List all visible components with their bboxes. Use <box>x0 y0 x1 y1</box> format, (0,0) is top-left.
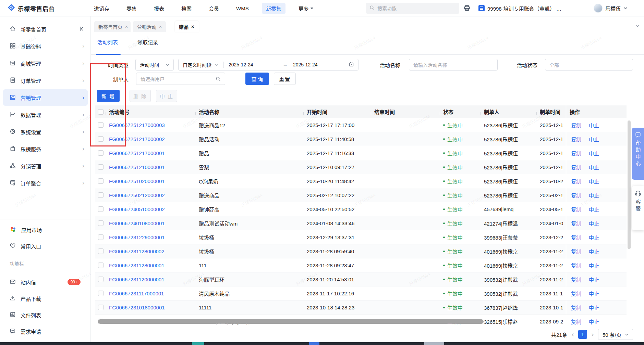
copy-link[interactable]: 复制 <box>571 248 581 255</box>
copy-link[interactable]: 复制 <box>571 192 581 199</box>
copy-link[interactable]: 复制 <box>571 290 581 297</box>
copy-link[interactable]: 复制 <box>571 206 581 213</box>
activity-id-link[interactable]: FG00667250212000002 <box>109 192 165 198</box>
sidebar-item[interactable]: 商城管理› <box>0 55 91 72</box>
abort-link[interactable]: 中止 <box>589 122 599 129</box>
subtab-2[interactable]: 领取记录 <box>137 38 158 46</box>
abort-link[interactable]: 中止 <box>589 220 599 227</box>
copy-link[interactable]: 复制 <box>571 234 581 241</box>
time-type-select[interactable]: 活动时间 <box>135 59 174 71</box>
copy-link[interactable]: 复制 <box>571 150 581 157</box>
sidebar-item[interactable]: 分销管理› <box>0 157 91 175</box>
sidebar-item[interactable]: 乐檬服务› <box>0 140 91 157</box>
user-menu[interactable]: 乐檬伍 <box>594 0 628 16</box>
abort-link[interactable]: 中止 <box>589 178 599 185</box>
help-center-float-button[interactable]: 帮助中心 <box>632 128 644 180</box>
activity-name-input[interactable]: 请输入活动名称 <box>409 59 498 71</box>
customer-service-float-button[interactable]: 客服 <box>632 186 644 230</box>
abort-link[interactable]: 中止 <box>589 262 599 269</box>
date-from-value[interactable]: 2025-12-24 <box>229 62 283 67</box>
row-checkbox[interactable] <box>98 164 104 170</box>
row-checkbox[interactable] <box>98 277 104 282</box>
sidebar-item[interactable]: 基础资料› <box>0 38 91 55</box>
nav-menu-item[interactable]: 更多 <box>294 3 317 14</box>
sidebar-item[interactable]: 订单管理› <box>0 72 91 89</box>
activity-id-link[interactable]: FG00667231128000002 <box>109 248 165 254</box>
nav-menu-item[interactable]: 新零售 <box>262 3 285 14</box>
page-size-select[interactable]: 50 条/页 <box>598 329 633 340</box>
activity-id-link[interactable]: FG00667251217000002 <box>109 136 165 142</box>
abort-link[interactable]: 中止 <box>589 276 599 283</box>
tab-overflow-chevron-icon[interactable] <box>635 23 640 29</box>
abort-link[interactable]: 中止 <box>589 234 599 241</box>
sidebar-shortcut[interactable]: 常用入口 <box>0 238 91 254</box>
activity-id-link[interactable]: FG00667240108000001 <box>109 220 165 226</box>
abort-link[interactable]: 中止 <box>589 318 599 325</box>
activity-id-link[interactable]: FG00667231120000001 <box>109 277 165 282</box>
copy-link[interactable]: 复制 <box>571 122 581 129</box>
sidebar-tool[interactable]: 需求申请 <box>0 323 91 340</box>
creator-picker-input[interactable]: 请选择用户 <box>136 73 225 85</box>
global-search-input[interactable]: 搜索功能 <box>366 3 459 14</box>
copy-link[interactable]: 复制 <box>571 318 581 325</box>
query-button[interactable]: 查询 <box>245 73 269 85</box>
next-page-icon[interactable]: › <box>591 330 594 338</box>
tab-2[interactable]: 营销活动× <box>133 21 166 32</box>
activity-id-link[interactable]: FG00667231018000001 <box>109 305 165 310</box>
collapse-sidebar-icon[interactable] <box>78 26 85 33</box>
row-checkbox[interactable] <box>98 122 104 128</box>
row-checkbox[interactable] <box>98 220 104 226</box>
row-checkbox[interactable] <box>98 305 104 310</box>
activity-id-link[interactable]: FG00667251217000003 <box>109 122 165 128</box>
abort-link[interactable]: 中止 <box>589 290 599 297</box>
copy-link[interactable]: 复制 <box>571 220 581 227</box>
copy-link[interactable]: 复制 <box>571 276 581 283</box>
activity-id-link[interactable]: FG00667231117000001 <box>109 291 164 296</box>
activity-id-link[interactable]: FG00667251020000001 <box>109 178 165 184</box>
abort-link[interactable]: 中止 <box>589 192 599 199</box>
row-checkbox[interactable] <box>98 150 104 156</box>
sidebar-tool[interactable]: 产品下载 <box>0 290 91 307</box>
sidebar-tool[interactable]: 站内信99+ <box>0 274 91 290</box>
row-checkbox[interactable] <box>98 263 104 268</box>
date-to-value[interactable]: 2025-12-24 <box>293 62 344 67</box>
row-checkbox[interactable] <box>98 291 104 296</box>
close-tab-icon[interactable]: × <box>159 24 162 29</box>
close-tab-icon[interactable]: × <box>125 24 128 29</box>
nav-menu-item[interactable]: 零售 <box>122 3 141 14</box>
abort-link[interactable]: 中止 <box>589 136 599 143</box>
row-checkbox[interactable] <box>98 136 104 142</box>
row-checkbox[interactable] <box>98 234 104 240</box>
sidebar-item[interactable]: 营销管理› <box>3 89 88 106</box>
row-checkbox[interactable] <box>98 192 104 198</box>
activity-id-link[interactable]: FG00667231229000001 <box>109 234 165 240</box>
copy-link[interactable]: 复制 <box>571 136 581 143</box>
sidebar-item[interactable]: 新零售首页 <box>0 21 91 38</box>
nav-menu-item[interactable]: 档案 <box>177 3 196 14</box>
nav-menu-item[interactable]: 会员 <box>205 3 223 14</box>
sidebar-shortcut[interactable]: 应用市场 <box>0 221 91 238</box>
sidebar-tool[interactable]: 文件列表 <box>0 307 91 323</box>
row-checkbox[interactable] <box>98 206 104 212</box>
abort-button[interactable]: 中 止 <box>156 90 177 102</box>
add-button[interactable]: 新 增 <box>97 90 120 102</box>
activity-id-link[interactable]: FG00667231128000001 <box>109 263 165 268</box>
horizontal-scrollbar[interactable] <box>98 319 484 324</box>
current-page-button[interactable]: 1 <box>578 330 587 339</box>
reset-button[interactable]: 重置 <box>274 73 296 85</box>
abort-link[interactable]: 中止 <box>589 164 599 171</box>
abort-link[interactable]: 中止 <box>589 248 599 255</box>
nav-menu-item[interactable]: WMS <box>232 4 253 13</box>
copy-link[interactable]: 复制 <box>571 304 581 311</box>
vertical-scrollbar[interactable] <box>628 120 631 249</box>
date-range-control[interactable]: 自定义时间段 2025-12-24 → 2025-12-24 <box>178 59 359 71</box>
copy-link[interactable]: 复制 <box>571 262 581 269</box>
print-icon[interactable] <box>463 4 471 13</box>
nav-menu-item[interactable]: 报表 <box>150 3 168 14</box>
account-selector[interactable]: 99998-培训专用账套（黄凯） … <box>478 0 561 16</box>
tab-1[interactable]: 新零售首页× <box>94 21 131 32</box>
tab-3[interactable]: 赠品× <box>175 21 199 32</box>
row-checkbox[interactable] <box>98 248 104 254</box>
select-all-checkbox[interactable] <box>98 109 104 115</box>
sidebar-item[interactable]: 系统设置› <box>0 123 91 140</box>
